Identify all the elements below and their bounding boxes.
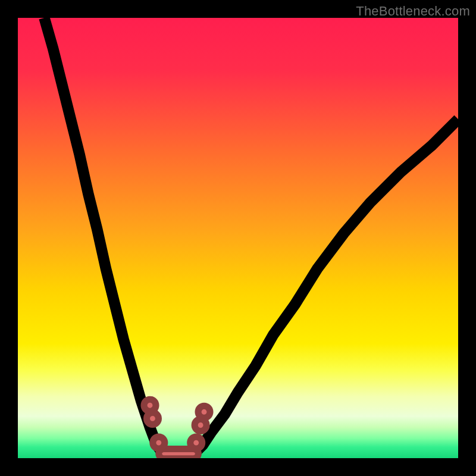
curves-layer xyxy=(18,18,458,458)
left-dot-2 xyxy=(146,412,158,424)
right-dot-1 xyxy=(190,437,202,449)
marker-group xyxy=(144,399,210,449)
plot-area xyxy=(18,18,458,458)
right-curve xyxy=(194,119,458,453)
watermark-text: TheBottleneck.com xyxy=(356,4,470,19)
left-curve xyxy=(44,18,163,454)
left-dot-3 xyxy=(153,437,165,449)
right-dot-3 xyxy=(198,406,210,418)
chart-frame: TheBottleneck.com xyxy=(0,0,476,476)
